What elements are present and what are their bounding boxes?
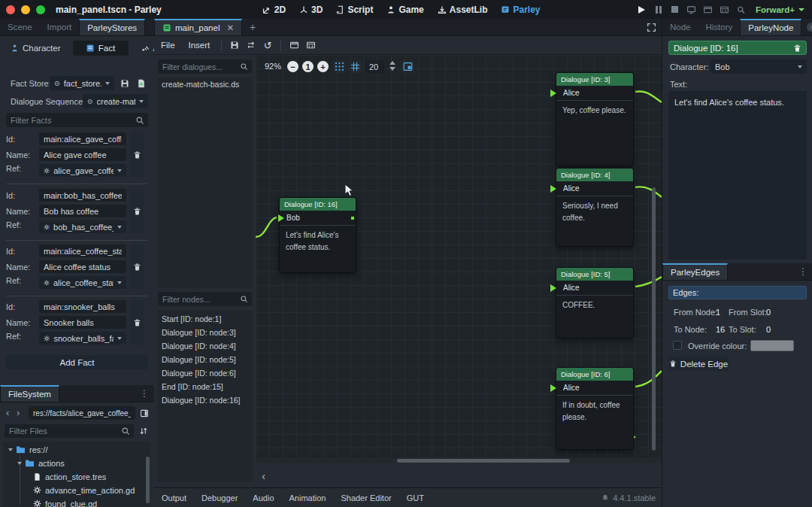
filter-facts-input[interactable] xyxy=(6,113,148,127)
bottom-tab-debugger[interactable]: Debugger xyxy=(194,493,245,502)
fact-store-dropdown[interactable]: fact_store.tre xyxy=(50,76,114,90)
delete-node-button[interactable] xyxy=(793,44,801,53)
bottom-tab-output[interactable]: Output xyxy=(154,493,194,502)
delete-edge-button[interactable]: Delete Edge xyxy=(668,357,729,371)
input-port-icon[interactable] xyxy=(278,214,284,222)
character-dropdown[interactable]: Bob xyxy=(710,59,807,74)
menu-game[interactable]: Game xyxy=(380,0,430,19)
tab-scene[interactable]: Scene xyxy=(0,19,40,35)
node-header[interactable]: Dialogue [ID: 5] xyxy=(556,268,633,281)
macos-close-button[interactable] xyxy=(6,5,15,14)
remote-debug-button[interactable] xyxy=(683,3,700,17)
menu-3d[interactable]: 3D xyxy=(292,0,329,19)
menu-parley[interactable]: Parley xyxy=(494,0,547,19)
list-item-node[interactable]: Dialogue [ID: node:5] xyxy=(157,353,253,366)
macos-zoom-button[interactable] xyxy=(36,5,45,14)
fact-name-input[interactable] xyxy=(39,148,126,161)
zoom-in-button[interactable]: + xyxy=(317,61,329,72)
tree-item-folder[interactable]: actions xyxy=(18,457,65,469)
edge-wire-node4-out[interactable] xyxy=(635,187,662,197)
notification-bell-icon[interactable] xyxy=(601,493,609,502)
dialogue-text-editor[interactable]: Let's find Alice's coffee status. xyxy=(668,91,807,260)
save-fact-store-button[interactable] xyxy=(118,76,132,90)
graph-node-dialogue-5[interactable]: Dialogue [ID: 5] Alice COFFEE. xyxy=(556,267,634,339)
edge-wire-start-to-16[interactable] xyxy=(256,217,277,237)
stores-tab-character[interactable]: Character xyxy=(5,41,67,56)
graph-node-dialogue-16[interactable]: Dialogue [ID: 16] Bob Let's find Alice's… xyxy=(279,197,356,273)
edge-wire-node3-out[interactable] xyxy=(635,91,662,102)
override-colour-checkbox[interactable] xyxy=(673,341,682,350)
delete-fact-button[interactable] xyxy=(130,132,144,178)
expand-editor-button[interactable] xyxy=(641,19,662,35)
fact-name-input[interactable] xyxy=(39,316,126,329)
tree-item-script[interactable]: found_clue.gd xyxy=(33,497,97,507)
menu-insert[interactable]: Insert xyxy=(182,41,217,50)
fact-ref-dropdown[interactable]: snooker_balls_fact. xyxy=(39,332,126,345)
tab-main-panel[interactable]: main_panel ✕ xyxy=(154,19,242,35)
delete-fact-button[interactable] xyxy=(130,244,144,290)
graph-vertical-scrollbar[interactable] xyxy=(652,187,656,451)
graph-horizontal-scrollbar[interactable] xyxy=(256,458,662,463)
bottom-tab-animation[interactable]: Animation xyxy=(282,493,334,502)
history-forward-icon[interactable]: › xyxy=(17,407,20,418)
tab-node[interactable]: Node xyxy=(662,19,698,35)
fact-name-input[interactable] xyxy=(39,260,126,273)
tree-item-file[interactable]: action_store.tres xyxy=(33,470,106,483)
filter-dialogues-input[interactable] xyxy=(158,59,252,74)
delete-fact-button[interactable] xyxy=(130,189,144,234)
tab-parleyedges[interactable]: ParleyEdges xyxy=(662,263,728,280)
tree-item-script[interactable]: advance_time_action.gd xyxy=(33,484,135,496)
dock-menu-icon[interactable]: ⋮ xyxy=(793,263,812,280)
zoom-reset-button[interactable]: 1 xyxy=(302,61,314,72)
fact-ref-dropdown[interactable]: alice_gave_coffee_f xyxy=(39,164,126,177)
node-header[interactable]: Dialogue [ID: 6] xyxy=(556,368,633,381)
history-back-icon[interactable]: ‹ xyxy=(6,407,9,418)
fact-ref-dropdown[interactable]: bob_has_coffee_fac xyxy=(39,220,126,233)
list-item-node[interactable]: Dialogue [ID: node:6] xyxy=(157,366,253,380)
output-port-icon[interactable] xyxy=(351,217,354,220)
grid-size-spinbox[interactable]: 20 xyxy=(365,60,384,73)
tree-item-folder[interactable]: res:// xyxy=(9,443,47,456)
menu-script[interactable]: Script xyxy=(329,0,380,19)
stores-tab-fact[interactable]: Fact xyxy=(73,41,129,56)
node-header[interactable]: Dialogue [ID: 4] xyxy=(556,168,633,181)
tabs-back-icon[interactable]: ‹ xyxy=(807,23,812,32)
list-item-dialogue-file[interactable]: create-match-basic.ds xyxy=(157,77,253,91)
node-header[interactable]: Dialogue [ID: 16] xyxy=(280,198,356,211)
collapse-icon[interactable] xyxy=(8,448,13,451)
filesystem-scrollbar[interactable] xyxy=(146,457,150,503)
edge-wire-node6-out[interactable] xyxy=(635,371,662,387)
add-fact-button[interactable]: Add Fact xyxy=(6,355,148,369)
stepper-up-icon[interactable] xyxy=(389,61,395,65)
collapse-panel-icon[interactable]: ‹ xyxy=(256,469,265,482)
input-port-icon[interactable] xyxy=(550,90,556,97)
graph-node-dialogue-3[interactable]: Dialogue [ID: 3] Alice Yep, coffee pleas… xyxy=(556,72,634,166)
fact-name-input[interactable] xyxy=(39,205,126,217)
zoom-out-button[interactable]: − xyxy=(287,61,298,72)
collapse-icon[interactable] xyxy=(17,462,22,465)
sort-files-button[interactable] xyxy=(137,424,150,438)
stepper-down-icon[interactable] xyxy=(389,67,395,71)
list-item-node[interactable]: End [ID: node:15] xyxy=(157,380,253,393)
snap-toggle-button[interactable] xyxy=(332,60,346,73)
list-item-node[interactable]: Start [ID: node:1] xyxy=(157,312,253,326)
menu-2d[interactable]: 2D xyxy=(256,0,292,19)
list-item-node[interactable]: Dialogue [ID: node:3] xyxy=(157,326,253,339)
delete-fact-button[interactable] xyxy=(130,300,144,345)
tab-filesystem[interactable]: FileSystem xyxy=(0,385,59,402)
close-tab-icon[interactable]: ✕ xyxy=(226,23,234,33)
tab-history[interactable]: History xyxy=(698,19,741,35)
list-item-node[interactable]: Dialogue [ID: node:4] xyxy=(157,339,253,353)
movie-maker-button[interactable] xyxy=(717,3,733,17)
run-scene-dialogue-button[interactable] xyxy=(302,38,319,53)
spy-debug-button[interactable] xyxy=(733,3,750,17)
graph-canvas[interactable]: Dialogue [ID: 16] Bob Let's find Alice's… xyxy=(256,55,662,458)
renderer-dropdown[interactable]: Forward+ xyxy=(756,5,804,14)
colour-swatch[interactable] xyxy=(750,340,794,351)
node-header[interactable]: Dialogue [ID: 3] xyxy=(556,73,633,86)
fact-ref-dropdown[interactable]: alice_coffee_status_ xyxy=(39,276,126,289)
new-fact-store-button[interactable] xyxy=(135,76,148,90)
grid-toggle-button[interactable] xyxy=(348,60,362,73)
dialogue-sequence-dropdown[interactable]: create-match- xyxy=(83,94,148,108)
macos-minimize-button[interactable] xyxy=(21,5,30,14)
